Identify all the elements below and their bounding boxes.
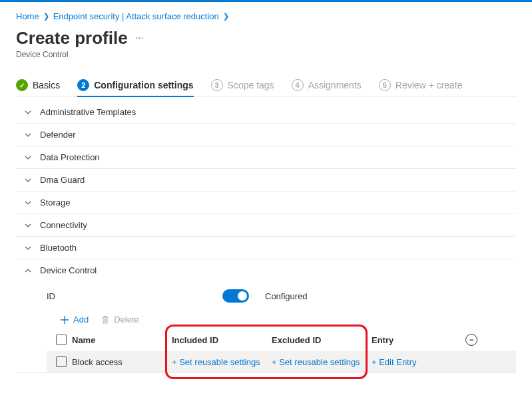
setting-id-label: ID [47,291,206,301]
breadcrumb-home[interactable]: Home [16,11,39,21]
wizard-step-basics[interactable]: ✓ Basics [16,79,60,96]
section-label: Storage [40,198,71,207]
chevron-down-icon [24,154,32,161]
section-data-protection[interactable]: Data Protection [16,146,516,168]
section-label: Connectivity [40,220,87,230]
section-defender[interactable]: Defender [16,124,516,146]
section-dma-guard[interactable]: Dma Guard [16,169,516,191]
page-title: Create profile [16,28,128,49]
wizard-step-label: Configuration settings [94,80,193,90]
check-icon: ✓ [16,79,28,91]
row-name: Block access [72,357,172,367]
step-number-badge: 3 [211,79,223,91]
trash-icon [101,315,110,325]
more-actions-button[interactable]: ··· [136,32,144,44]
wizard-step-label: Review + create [396,80,463,90]
wizard-step-label: Assignments [308,80,362,90]
chevron-down-icon [24,109,32,116]
col-entry: Entry [372,335,458,345]
add-label: Add [73,315,89,325]
select-all-checkbox[interactable] [56,335,67,345]
section-administrative-templates[interactable]: Administrative Templates [16,101,516,123]
remove-column-icon[interactable]: − [465,334,477,346]
toggle-state-label: Configured [265,291,308,301]
set-excluded-reusable-link[interactable]: + Set reusable settings [272,357,372,367]
chevron-down-icon [24,222,32,229]
section-label: Dma Guard [40,175,85,185]
chevron-right-icon: ❯ [223,12,229,21]
section-label: Defender [40,130,75,140]
wizard-step-assignments[interactable]: 4 Assignments [292,79,362,96]
set-included-reusable-link[interactable]: + Set reusable settings [172,357,272,367]
wizard-step-scope-tags[interactable]: 3 Scope tags [211,79,274,96]
chevron-up-icon [24,267,32,274]
wizard-step-review[interactable]: 5 Review + create [379,79,463,96]
section-connectivity[interactable]: Connectivity [16,214,516,236]
plus-icon [60,315,69,325]
chevron-down-icon [24,132,32,138]
page-subtitle: Device Control [16,50,516,59]
breadcrumb-section[interactable]: Endpoint security | Attack surface reduc… [53,11,219,21]
section-label: Data Protection [40,152,100,162]
section-label: Administrative Templates [40,107,136,117]
section-bluetooth[interactable]: Bluetooth [16,237,516,259]
section-label: Bluetooth [40,243,77,253]
configured-toggle[interactable] [222,289,249,303]
table-row: Block access + Set reusable settings + S… [47,351,516,372]
edit-entry-link[interactable]: + Edit Entry [372,357,458,367]
rules-table: Name Included ID Excluded ID Entry − Blo… [47,330,516,372]
section-label: Device Control [40,265,97,275]
col-included-id: Included ID [172,335,272,345]
chevron-down-icon [24,177,32,184]
step-number-badge: 2 [77,79,89,91]
chevron-down-icon [24,200,32,206]
delete-button: Delete [101,315,139,325]
col-name: Name [72,335,172,345]
step-number-badge: 4 [292,79,304,91]
add-button[interactable]: Add [60,315,89,325]
wizard-steps: ✓ Basics 2 Configuration settings 3 Scop… [16,79,516,97]
wizard-step-label: Basics [33,80,60,90]
breadcrumb: Home ❯ Endpoint security | Attack surfac… [16,9,516,27]
col-excluded-id: Excluded ID [272,335,372,345]
section-storage[interactable]: Storage [16,192,516,213]
chevron-right-icon: ❯ [43,12,49,21]
step-number-badge: 5 [379,79,391,91]
section-device-control[interactable]: Device Control [16,259,516,281]
chevron-down-icon [24,245,32,251]
wizard-step-configuration[interactable]: 2 Configuration settings [77,79,193,96]
row-checkbox[interactable] [56,356,67,367]
wizard-step-label: Scope tags [228,80,274,90]
delete-label: Delete [114,315,139,325]
